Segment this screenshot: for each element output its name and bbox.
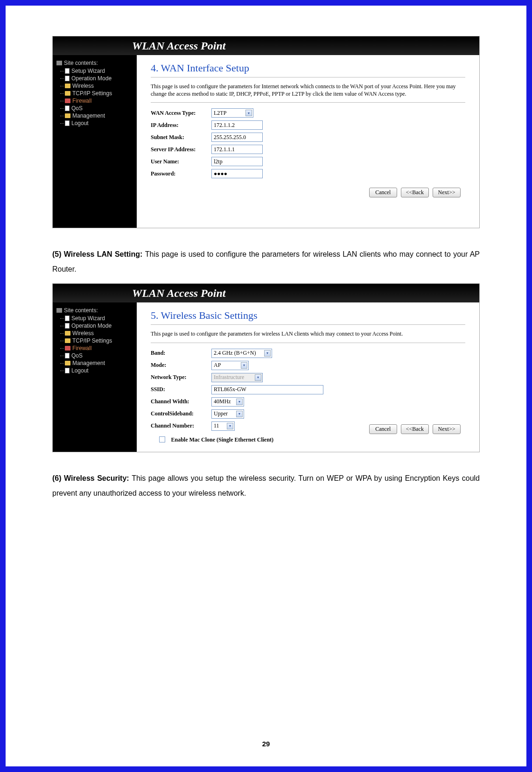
select-channel-width[interactable]: 40MHz ▾ — [211, 397, 244, 407]
paragraph-wireless-lan: (5) Wireless LAN Setting: This page is u… — [52, 247, 480, 277]
page-icon — [65, 316, 70, 321]
label-server-ip: Server IP Address: — [151, 146, 211, 153]
row-server-ip: Server IP Address: — [151, 145, 465, 154]
page-description: This page is used to configure the param… — [151, 83, 465, 103]
sidebar-item-operation-mode[interactable]: Operation Mode — [56, 322, 133, 330]
next-button[interactable]: Next>> — [433, 424, 461, 434]
sidebar-item-management[interactable]: Management — [56, 359, 133, 367]
page-icon — [65, 105, 70, 111]
chevron-down-icon: ▾ — [255, 374, 261, 381]
select-band[interactable]: 2.4 GHz (B+G+N) ▾ — [211, 349, 272, 358]
label-band: Band: — [151, 350, 211, 357]
sidebar-item-firewall[interactable]: Firewall — [56, 344, 133, 352]
sidebar-item-management[interactable]: Management — [56, 112, 133, 119]
input-ssid[interactable] — [211, 385, 323, 394]
label-subnet-mask: Subnet Mask: — [151, 134, 211, 141]
label-mac-clone: Enable Mac Clone (Single Ethernet Client… — [171, 436, 273, 443]
sidebar-item-qos[interactable]: QoS — [56, 352, 133, 359]
back-button[interactable]: <<Back — [401, 424, 429, 434]
sidebar: Site contents: Setup Wizard Operation Mo… — [53, 55, 137, 228]
sidebar-item-firewall[interactable]: Firewall — [56, 97, 133, 105]
chevron-down-icon: ▾ — [264, 350, 271, 357]
select-wan-access-type[interactable]: L2TP ▾ — [211, 108, 253, 118]
sidebar: Site contents: Setup Wizard Operation Mo… — [53, 302, 137, 452]
folder-icon — [65, 91, 70, 96]
input-subnet-mask[interactable] — [211, 133, 263, 142]
label-control-sideband: ControlSideband: — [151, 410, 211, 417]
input-user-name[interactable] — [211, 157, 263, 166]
sidebar-item-wireless[interactable]: Wireless — [56, 330, 133, 337]
row-subnet-mask: Subnet Mask: — [151, 133, 465, 142]
page-icon — [65, 120, 70, 126]
select-mode[interactable]: AP ▾ — [211, 361, 249, 370]
input-ip-address[interactable] — [211, 120, 263, 130]
row-user-name: User Name: — [151, 157, 465, 166]
page-heading: 5. Wireless Basic Settings — [151, 309, 465, 325]
label-user-name: User Name: — [151, 158, 211, 165]
row-network-type: Network Type: Infrastructure ▾ — [151, 373, 465, 382]
screenshot-wan-setup: WLAN Access Point Site contents: Setup W… — [52, 36, 480, 228]
row-wan-access-type: WAN Access Type: L2TP ▾ — [151, 108, 465, 118]
label-channel-width: Channel Width: — [151, 398, 211, 405]
sidebar-item-setup-wizard[interactable]: Setup Wizard — [56, 67, 133, 75]
content-panel: 4. WAN Interface Setup This page is used… — [137, 55, 479, 228]
content-panel: 5. Wireless Basic Settings This page is … — [137, 302, 479, 452]
row-control-sideband: ControlSideband: Upper ▾ — [151, 409, 465, 419]
sidebar-item-setup-wizard[interactable]: Setup Wizard — [56, 315, 133, 322]
cancel-button[interactable]: Cancel — [369, 188, 397, 197]
sidebar-item-wireless[interactable]: Wireless — [56, 82, 133, 90]
sidebar-item-qos[interactable]: QoS — [56, 105, 133, 112]
page-icon — [65, 76, 70, 81]
next-button[interactable]: Next>> — [433, 188, 461, 197]
page-frame: WLAN Access Point Site contents: Setup W… — [5, 5, 527, 767]
input-password[interactable] — [211, 169, 263, 178]
label-wan-access-type: WAN Access Type: — [151, 110, 211, 117]
sidebar-item-logout[interactable]: Logout — [56, 367, 133, 374]
label-channel-number: Channel Number: — [151, 422, 211, 429]
chevron-down-icon: ▾ — [236, 411, 243, 417]
sidebar-item-tcpip[interactable]: TCP/IP Settings — [56, 90, 133, 97]
row-ip-address: IP Address: — [151, 120, 465, 130]
page-icon — [65, 68, 70, 74]
label-network-type: Network Type: — [151, 374, 211, 381]
row-band: Band: 2.4 GHz (B+G+N) ▾ — [151, 349, 465, 358]
page-icon — [65, 353, 70, 358]
chevron-down-icon: ▾ — [236, 399, 243, 405]
folder-icon — [65, 84, 70, 88]
folder-open-icon — [65, 346, 70, 351]
sidebar-item-logout[interactable]: Logout — [56, 119, 133, 127]
checkbox-mac-clone[interactable] — [159, 436, 165, 442]
row-mode: Mode: AP ▾ — [151, 361, 465, 370]
page-icon — [65, 368, 70, 373]
row-channel-width: Channel Width: 40MHz ▾ — [151, 397, 465, 407]
chevron-down-icon: ▾ — [241, 362, 247, 369]
cancel-button[interactable]: Cancel — [369, 424, 397, 434]
folder-icon — [65, 113, 70, 118]
input-server-ip[interactable] — [211, 145, 263, 154]
select-network-type: Infrastructure ▾ — [211, 373, 263, 382]
folder-icon — [65, 361, 70, 365]
row-mac-clone: Enable Mac Clone (Single Ethernet Client… — [151, 435, 465, 443]
app-header: WLAN Access Point — [53, 36, 479, 55]
row-ssid: SSID: — [151, 385, 465, 394]
screenshot-wireless-basic: WLAN Access Point Site contents: Setup W… — [52, 283, 480, 452]
sidebar-item-operation-mode[interactable]: Operation Mode — [56, 75, 133, 82]
site-icon — [56, 308, 62, 313]
button-row: Cancel <<Back Next>> — [151, 188, 465, 197]
app-title: WLAN Access Point — [132, 287, 225, 300]
select-channel-number[interactable]: 11 ▾ — [211, 421, 235, 431]
sidebar-item-tcpip[interactable]: TCP/IP Settings — [56, 337, 133, 344]
folder-icon — [65, 338, 70, 343]
chevron-down-icon: ▾ — [227, 423, 233, 429]
sidebar-root[interactable]: Site contents: — [56, 307, 133, 314]
folder-open-icon — [65, 98, 70, 103]
page-description: This page is used to configure the param… — [151, 330, 465, 343]
app-header: WLAN Access Point — [53, 284, 479, 302]
paragraph-wireless-security: (6) Wireless Security: This page allows … — [52, 471, 480, 501]
select-control-sideband[interactable]: Upper ▾ — [211, 409, 244, 419]
page-icon — [65, 323, 70, 329]
sidebar-root[interactable]: Site contents: — [56, 60, 133, 66]
back-button[interactable]: <<Back — [401, 188, 429, 197]
label-ssid: SSID: — [151, 386, 211, 393]
folder-icon — [65, 331, 70, 336]
